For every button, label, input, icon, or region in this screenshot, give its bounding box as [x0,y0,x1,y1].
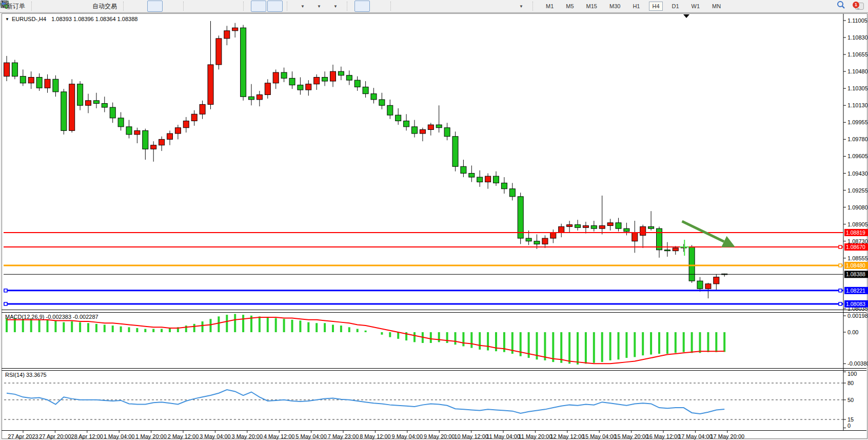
candlestick-chart-button[interactable] [147,1,163,12]
candle [86,101,91,105]
hline-handle-right[interactable] [839,264,842,267]
price-axis-label: 1.10130 [847,102,868,108]
candle [306,84,311,90]
candle [714,277,719,284]
timeframe-H4[interactable]: H4 [649,2,662,11]
candle [298,85,303,90]
time-axis-label: 15 May 04:00 [582,433,617,439]
candle [28,78,34,83]
time-axis-label: 9 May 20:00 [424,433,455,439]
candle [697,281,703,289]
timeframe-M5[interactable]: M5 [563,2,577,11]
candle [648,226,654,228]
vertical-line-tool-button[interactable] [398,1,413,12]
toolbar-separator [347,2,350,11]
mt4-terminal-window: { "toolbar": { "new_order_label": "新订单",… [0,0,868,440]
price-level-badge-label: 1.08480 [846,262,865,269]
candle [477,177,483,182]
hline-handle-right[interactable] [839,245,842,248]
timeframe-D1[interactable]: D1 [669,2,682,11]
notifications-button[interactable]: 1 [853,1,864,11]
arrows-tool-button[interactable]: ▼ [513,1,528,12]
price-level-badge-label: 1.08221 [846,288,865,294]
candle [118,118,124,127]
candle [428,125,433,129]
timeframe-M1[interactable]: M1 [543,2,557,11]
auto-scroll-button[interactable] [251,1,266,12]
candle [509,189,515,197]
text-tool-button[interactable]: A [480,1,496,12]
time-axis-label: 4 May 12:00 [264,433,295,439]
toolbar-separator [243,2,247,11]
timeframe-W1[interactable]: W1 [688,2,703,11]
fibonacci-tool-button[interactable]: F [464,1,479,12]
price-axis-label: 1.09780 [847,136,868,142]
signals-profile-button[interactable] [55,1,71,12]
toolbar-separator [532,2,536,11]
one-click-trading-toggle[interactable]: ▼ [5,17,9,22]
time-axis-label: 27 Apr 2023 [8,433,38,439]
auto-trading-button[interactable]: 自动交易 [88,1,119,12]
signals-button[interactable] [72,1,87,12]
candle [501,183,507,188]
candle [53,79,58,92]
text-label-tool-button[interactable]: T [497,1,512,12]
trendline-tool-button[interactable] [431,1,446,12]
candle [452,137,458,167]
candle [673,248,678,251]
hline-handle-left[interactable] [4,289,7,292]
equidistant-channel-button[interactable]: E [447,1,463,12]
candle [45,79,50,88]
hline-handle-right[interactable] [839,302,842,305]
zoom-out-button[interactable] [207,1,223,12]
candle [396,115,401,121]
timeframe-M15[interactable]: M15 [583,2,600,11]
candle [550,233,556,238]
macd-axis-label: 0.001982 [847,313,868,319]
toolbar-separator [287,2,290,11]
candle [183,121,189,128]
line-chart-button[interactable] [164,1,179,12]
candle [485,176,491,182]
candle [387,105,393,115]
search-button[interactable] [837,1,852,12]
timeframe-MN[interactable]: MN [709,2,724,11]
candle [289,78,295,85]
crosshair-button[interactable] [371,1,386,12]
hline-handle-left[interactable] [4,302,7,305]
candle [599,226,605,229]
timeframe-H1[interactable]: H1 [629,2,643,11]
ohlc-readout: 1.08393 1.08396 1.08364 1.08388 [51,16,137,22]
candle [110,107,115,118]
cursor-button[interactable] [354,1,370,12]
time-axis-label: 7 May 23:00 [328,433,359,439]
horizontal-line-tool-button[interactable] [415,1,430,12]
indicators-button[interactable]: ▼ [294,1,310,12]
price-axis-label: 1.10305 [847,85,868,91]
hline-handle-right[interactable] [839,289,842,292]
tile-windows-button[interactable] [224,1,239,12]
time-axis-label: 9 May 04:00 [392,433,423,439]
timeframe-M30[interactable]: M30 [606,2,623,11]
periods-button[interactable]: ▼ [311,1,326,12]
rsi-axis-label: 80 [847,380,854,386]
chevron-down-icon: ▼ [317,4,321,9]
bar-chart-button[interactable] [131,1,146,12]
price-axis-label: 1.09605 [847,153,868,159]
chart-shift-marker[interactable] [683,14,689,18]
candle [61,92,67,131]
templates-button[interactable]: ▼ [327,1,343,12]
candle [664,250,670,251]
candle [175,128,181,133]
time-axis-label: 8 May 12:00 [360,433,391,439]
chart-shift-button[interactable] [267,1,283,12]
market-button[interactable] [39,1,54,12]
chevron-down-icon: ▼ [333,4,338,9]
candle [591,226,597,229]
candle [167,133,173,139]
candle [143,130,148,149]
time-axis-label: 3 May 20:00 [232,433,263,439]
candle [12,63,17,76]
zoom-in-button[interactable] [191,1,206,12]
trend-arrow-annotation[interactable] [682,221,724,242]
